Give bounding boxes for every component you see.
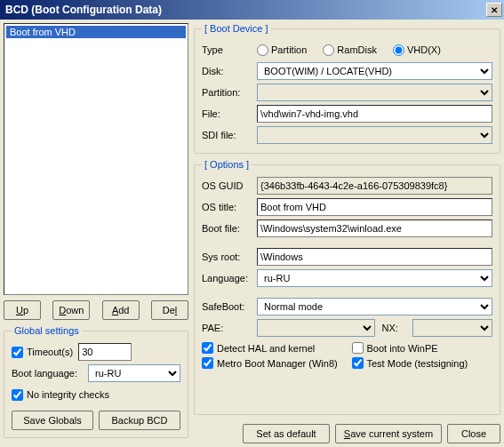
nx-label: NX: <box>382 323 409 333</box>
safeboot-select[interactable]: Normal mode <box>257 298 492 315</box>
partition-radio[interactable] <box>257 44 268 56</box>
global-settings-legend: Global settings <box>12 325 82 336</box>
nx-select[interactable] <box>412 319 493 337</box>
os-guid-field <box>257 177 492 195</box>
boot-device-legend: [ Boot Device ] <box>202 23 271 34</box>
window-title: BCD (Boot Configuration Data) <box>5 4 486 16</box>
disk-label: Disk: <box>202 66 252 76</box>
boot-file-label: Boot file: <box>202 223 252 234</box>
timeout-checkbox-label[interactable]: Timeout(s) <box>12 347 73 358</box>
ramdisk-radio-label[interactable]: RamDisk <box>323 44 377 56</box>
boot-language-select[interactable]: ru-RU <box>88 364 180 382</box>
set-default-button[interactable]: Set as default <box>243 424 330 443</box>
no-integrity-checkbox[interactable] <box>12 389 23 401</box>
global-settings-group: Global settings Timeout(s) Boot language… <box>4 325 188 438</box>
vhdx-radio-label[interactable]: VHD(X) <box>393 44 441 56</box>
ramdisk-radio[interactable] <box>323 44 334 56</box>
file-field[interactable] <box>257 105 492 123</box>
file-label: File: <box>202 108 252 119</box>
pae-label: PAE: <box>202 323 252 333</box>
close-icon[interactable]: ✕ <box>486 3 502 17</box>
partition-select[interactable] <box>257 84 492 101</box>
safeboot-label: SafeBoot: <box>202 301 252 312</box>
no-integrity-checkbox-label[interactable]: No integrity checks <box>12 389 109 401</box>
pae-select[interactable] <box>257 319 375 337</box>
language-select[interactable]: ru-RU <box>257 269 492 287</box>
os-guid-label: OS GUID <box>202 180 252 191</box>
sys-root-field[interactable] <box>257 248 492 266</box>
titlebar[interactable]: BCD (Boot Configuration Data) ✕ <box>0 0 504 20</box>
language-label: Language: <box>202 273 252 283</box>
disk-select[interactable]: BOOT(WIM) / LOCATE(VHD) <box>257 62 492 80</box>
test-mode-checkbox[interactable] <box>352 357 364 369</box>
detect-hal-checkbox[interactable] <box>202 342 213 354</box>
boot-language-label: Boot language: <box>12 368 83 379</box>
options-group: [ Options ] OS GUID OS title: Boot file:… <box>194 159 500 415</box>
test-mode-label[interactable]: Test Mode (testsigning) <box>352 357 493 369</box>
add-button[interactable]: Add <box>102 300 140 320</box>
metro-boot-checkbox[interactable] <box>202 357 213 369</box>
boot-device-group: [ Boot Device ] Type Partition RamDisk V… <box>194 23 500 154</box>
save-current-button[interactable]: Save current system <box>335 424 442 443</box>
down-button[interactable]: Down <box>52 300 90 320</box>
sdi-file-select[interactable] <box>257 126 492 144</box>
list-item[interactable]: Boot from VHD <box>6 26 186 38</box>
detect-hal-label[interactable]: Detect HAL and kernel <box>202 342 343 354</box>
boot-winpe-checkbox[interactable] <box>352 342 364 354</box>
sys-root-label: Sys root: <box>202 251 252 262</box>
os-title-field[interactable] <box>257 198 492 216</box>
boot-file-field[interactable] <box>257 220 492 237</box>
boot-entries-list[interactable]: Boot from VHD <box>4 23 188 295</box>
close-button[interactable]: Close <box>447 424 500 443</box>
backup-bcd-button[interactable]: Backup BCD <box>99 411 180 430</box>
os-title-label: OS title: <box>202 202 252 212</box>
metro-boot-label[interactable]: Metro Boot Manager (Win8) <box>202 357 343 369</box>
options-legend: [ Options ] <box>202 159 252 170</box>
timeout-checkbox[interactable] <box>12 347 23 358</box>
save-globals-button[interactable]: Save Globals <box>12 411 93 430</box>
boot-winpe-label[interactable]: Boot into WinPE <box>352 342 493 354</box>
vhdx-radio[interactable] <box>393 44 404 56</box>
partition-radio-label[interactable]: Partition <box>257 44 307 56</box>
sdi-file-label: SDI file: <box>202 130 252 140</box>
partition-label: Partition: <box>202 87 252 98</box>
timeout-field[interactable] <box>78 343 132 361</box>
up-button[interactable]: Up <box>4 300 41 320</box>
type-label: Type <box>202 44 252 55</box>
del-button[interactable]: Del <box>151 300 188 320</box>
